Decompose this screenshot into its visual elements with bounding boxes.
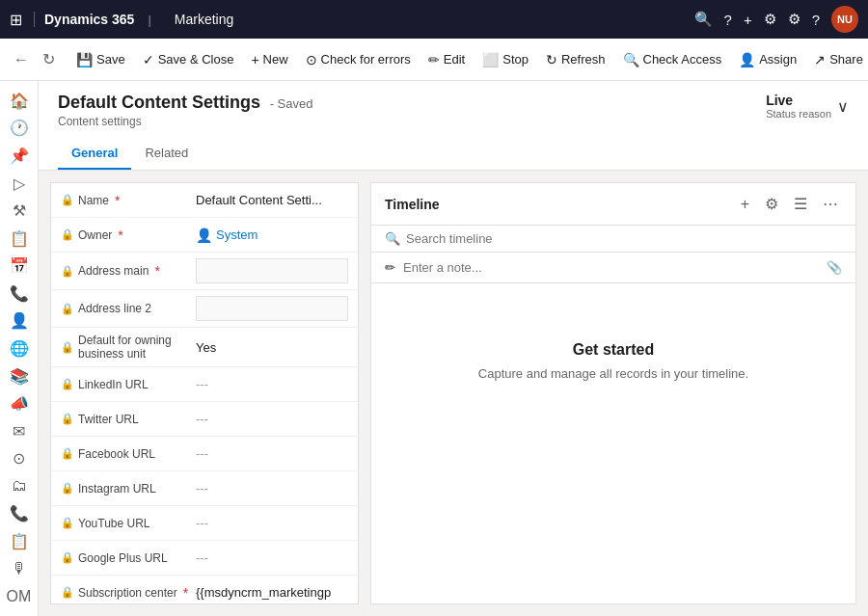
form-area: 🔒 Name * Default Content Setti... 🔒 Owne… <box>39 171 868 616</box>
field-twitter: 🔒 Twitter URL --- <box>51 402 358 437</box>
stop-icon: ⬜ <box>482 52 499 67</box>
status-reason: Status reason <box>766 108 831 120</box>
address-main-input[interactable] <box>196 258 348 283</box>
field-address-line2-value[interactable] <box>196 296 348 321</box>
field-owner-value[interactable]: 👤 System <box>196 228 348 243</box>
timeline-note: ✏ 📎 <box>371 253 855 283</box>
field-instagram-value: --- <box>196 481 348 495</box>
timeline-add-button[interactable]: + <box>737 194 753 215</box>
sidebar: 🏠 🕐 📌 ▷ ⚒ 📋 📅 📞 👤 🌐 📚 📣 ✉ ⊙ 🗂 📞 📋 🎙 OM <box>0 81 39 616</box>
sidebar-icon-play[interactable]: ▷ <box>4 172 35 196</box>
edit-button[interactable]: ✏ Edit <box>420 46 473 73</box>
search-icon: 🔍 <box>385 231 400 246</box>
field-instagram: 🔒 Instagram URL --- <box>51 471 358 506</box>
share-icon: ↗ <box>814 52 826 67</box>
timeline-search: 🔍 <box>371 226 855 253</box>
field-google-plus-value: --- <box>196 550 348 565</box>
save-close-button[interactable]: ✓ Save & Close <box>135 46 242 73</box>
lock-icon-subscription: 🔒 <box>61 586 74 599</box>
add-icon[interactable]: + <box>744 12 752 28</box>
lock-icon-addr2: 🔒 <box>61 303 74 315</box>
timeline-list-button[interactable]: ☰ <box>790 193 811 215</box>
command-bar: ← ↻ 💾 Save ✓ Save & Close + New ⊙ Check … <box>0 39 868 81</box>
share-button[interactable]: ↗ Share <box>806 46 868 73</box>
sidebar-icon-pin[interactable]: 📌 <box>4 144 35 168</box>
sidebar-icon-phone2[interactable]: 📞 <box>4 502 35 526</box>
question-icon[interactable]: ? <box>812 12 820 28</box>
lock-icon-facebook: 🔒 <box>61 447 74 460</box>
check-errors-button[interactable]: ⊙ Check for errors <box>298 46 419 73</box>
field-owner: 🔒 Owner * 👤 System <box>51 218 358 253</box>
field-default-owning-value: Yes <box>196 340 348 355</box>
owner-person-icon: 👤 <box>196 228 212 243</box>
sidebar-icon-megaphone[interactable]: 📣 <box>4 391 35 415</box>
timeline-note-input[interactable] <box>403 260 819 275</box>
settings-icon[interactable]: ⚙ <box>788 11 800 28</box>
main-layout: 🏠 🕐 📌 ▷ ⚒ 📋 📅 📞 👤 🌐 📚 📣 ✉ ⊙ 🗂 📞 📋 🎙 OM D… <box>0 81 868 616</box>
save-icon: 💾 <box>76 52 93 67</box>
search-icon[interactable]: 🔍 <box>694 11 713 28</box>
page-title: Default Content Settings <box>58 93 260 112</box>
sidebar-icon-tools[interactable]: ⚒ <box>4 199 35 223</box>
check-access-button[interactable]: 🔍 Check Access <box>615 46 730 73</box>
sidebar-icon-home[interactable]: 🏠 <box>4 89 35 113</box>
sidebar-icon-mail[interactable]: ✉ <box>4 419 35 443</box>
get-started-subtitle: Capture and manage all records in your t… <box>478 366 748 381</box>
timeline-more-button[interactable]: ⋯ <box>819 193 842 215</box>
back-button[interactable]: ← <box>8 47 35 72</box>
forward-button[interactable]: ↻ <box>37 46 61 72</box>
sidebar-icon-mic[interactable]: 🎙 <box>4 557 35 581</box>
sidebar-icon-clipboard[interactable]: 📋 <box>4 529 35 553</box>
tab-related[interactable]: Related <box>131 138 202 170</box>
timeline-filter-button[interactable]: ⚙ <box>761 193 782 215</box>
sidebar-icon-calendar[interactable]: 📅 <box>4 254 35 278</box>
timeline-header: Timeline + ⚙ ☰ ⋯ <box>371 183 855 226</box>
timeline-title: Timeline <box>385 197 737 212</box>
tab-general[interactable]: General <box>58 138 131 170</box>
lock-icon: 🔒 <box>61 194 74 206</box>
assign-button[interactable]: 👤 Assign <box>731 46 804 73</box>
sidebar-icon-person[interactable]: 👤 <box>4 309 35 334</box>
lock-icon-youtube: 🔒 <box>61 517 74 529</box>
timeline-actions: + ⚙ ☰ ⋯ <box>737 193 842 215</box>
field-linkedin: 🔒 LinkedIn URL --- <box>51 367 358 402</box>
timeline-search-input[interactable] <box>406 231 842 246</box>
avatar[interactable]: NU <box>831 6 858 33</box>
sidebar-icon-recent[interactable]: 🕐 <box>4 117 35 141</box>
page-header: Default Content Settings - Saved Content… <box>39 81 868 171</box>
status-chevron-button[interactable]: ∨ <box>837 97 849 116</box>
filter-icon[interactable]: ⚙ <box>764 11 776 28</box>
stop-button[interactable]: ⬜ Stop <box>475 46 536 73</box>
address-line2-input[interactable] <box>196 296 348 321</box>
help-icon[interactable]: ? <box>724 12 732 28</box>
field-default-owning: 🔒 Default for owning business unit Yes <box>51 328 358 367</box>
field-facebook: 🔒 Facebook URL --- <box>51 437 358 471</box>
refresh-button[interactable]: ↻ Refresh <box>538 46 613 73</box>
lock-icon-googleplus: 🔒 <box>61 551 74 564</box>
grid-icon[interactable]: ⊞ <box>10 11 22 29</box>
sidebar-icon-folder[interactable]: 🗂 <box>4 474 35 498</box>
new-button[interactable]: + New <box>243 46 295 73</box>
module-name: Marketing <box>165 12 233 27</box>
main-content: Default Content Settings - Saved Content… <box>39 81 868 616</box>
field-linkedin-value: --- <box>196 377 348 391</box>
saved-status: - Saved <box>270 96 313 111</box>
get-started-title: Get started <box>573 341 654 359</box>
sidebar-icon-phone[interactable]: 📞 <box>4 281 35 306</box>
field-address-line2: 🔒 Address line 2 <box>51 290 358 328</box>
field-address-main-value[interactable] <box>196 258 348 283</box>
form-panel: 🔒 Name * Default Content Setti... 🔒 Owne… <box>50 182 359 604</box>
lock-icon-linkedin: 🔒 <box>61 378 74 390</box>
save-button[interactable]: 💾 Save <box>68 46 133 73</box>
attachment-icon[interactable]: 📎 <box>827 260 842 275</box>
field-subscription-value: {{msdyncrm_marketingp <box>196 585 348 600</box>
page-subtitle: Content settings <box>58 115 312 128</box>
field-subscription: 🔒 Subscription center * {{msdyncrm_marke… <box>51 576 358 604</box>
sidebar-icon-table[interactable]: 📋 <box>4 227 35 251</box>
top-navigation: ⊞ Dynamics 365 | Marketing 🔍 ? + ⚙ ⚙ ? N… <box>0 0 868 39</box>
sidebar-icon-globe[interactable]: 🌐 <box>4 336 35 361</box>
sidebar-icon-book[interactable]: 📚 <box>4 364 35 388</box>
edit-icon: ✏ <box>428 52 440 67</box>
sidebar-icon-circle[interactable]: ⊙ <box>4 447 35 471</box>
sidebar-icon-om[interactable]: OM <box>4 584 35 608</box>
